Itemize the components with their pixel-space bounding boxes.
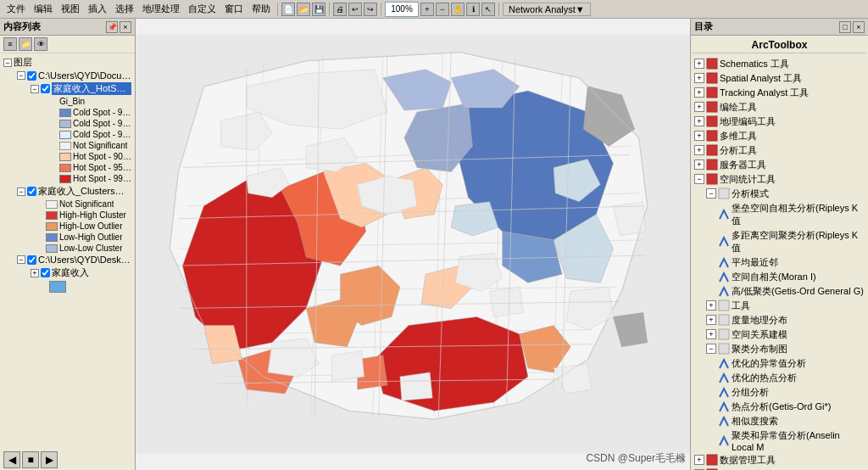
toolbar-icon-zoom-out[interactable]: − <box>436 3 449 16</box>
tree-item-server[interactable]: + 服务器工具 <box>693 158 866 172</box>
tree-expand-duowei[interactable]: + <box>694 131 704 141</box>
tree-expand-fenxi[interactable]: + <box>694 145 704 155</box>
nav-btn-back[interactable]: ◀ <box>3 451 20 468</box>
tree-item-kongjian[interactable]: − 空间统计工具 <box>693 172 866 187</box>
leaf-pingjun[interactable]: 平均最近邻 <box>716 255 866 270</box>
toc-item-hot99: Hot Spot - 99% Co <box>42 173 133 184</box>
toolbar-menu-geo[interactable]: 地理处理 <box>139 2 183 16</box>
toc-group1-header[interactable]: − C:\Users\QYD\Documen <box>15 70 133 81</box>
toc-group1-checkbox[interactable] <box>27 71 36 81</box>
toolbar-icon-undo[interactable]: ↩ <box>348 3 362 16</box>
toolbar-menu-edit[interactable]: 编辑 <box>31 2 56 16</box>
tree-item-geocode[interactable]: + 地理编码工具 <box>693 115 866 129</box>
leaf-anselin[interactable]: 聚类和异常值分析(Anselin Local M <box>716 428 866 453</box>
toolbar-icon-identify[interactable]: ℹ <box>466 3 480 16</box>
tree-item-fenximoshi[interactable]: − 分析模式 <box>704 187 866 201</box>
leaf-xiangsi[interactable]: 相似度搜索 <box>716 414 866 428</box>
toolbar-menu-window[interactable]: 窗口 <box>221 2 247 16</box>
toc-panel-header: 内容列表 📌 × <box>0 19 135 36</box>
tree-expand-bianhua[interactable]: + <box>694 102 704 112</box>
nav-btn-fwd[interactable]: ▶ <box>41 451 58 468</box>
toc-hotspots-checkbox[interactable] <box>41 84 50 93</box>
leaf-getisord[interactable]: 高/低聚类(Getis-Ord General G) <box>716 284 866 299</box>
tree-expand-duliang[interactable]: + <box>706 315 716 325</box>
toolbar-icon-redo[interactable]: ↪ <box>364 3 377 16</box>
toc-income-header[interactable]: + 家庭收入 <box>29 266 133 280</box>
tree-item-spatial[interactable]: + Spatial Analyst 工具 <box>693 71 866 86</box>
toc-expand-g3[interactable]: − <box>17 255 25 264</box>
leaf-fenzu[interactable]: 分组分析 <box>716 385 866 400</box>
leaf-ripley2[interactable]: 多距离空间聚类分析(Ripleys K值 <box>716 228 866 255</box>
toolbar-menu-select[interactable]: 选择 <box>112 2 137 16</box>
tree-item-bianhua[interactable]: + 编绘工具 <box>693 100 866 115</box>
toolbar-icon-new[interactable]: 📄 <box>281 3 295 16</box>
tree-item-duliang[interactable]: + 度量地理分布 <box>704 313 866 327</box>
tree-item-julei[interactable]: − 聚类分布制图 <box>704 342 866 356</box>
toolbar-menu-insert[interactable]: 插入 <box>85 2 110 16</box>
toc-expand-g1[interactable]: − <box>17 71 25 80</box>
toolbar-icon-open[interactable]: 📂 <box>297 3 310 16</box>
toolbar-icon-save[interactable]: 💾 <box>312 3 326 16</box>
tree-label-duliang: 度量地理分布 <box>732 314 787 327</box>
toc-src-btn[interactable]: 📁 <box>19 37 32 51</box>
toc-group3-header[interactable]: − C:\Users\QYD\Desktop\ <box>15 254 133 266</box>
toolbar-icon-select[interactable]: ↖ <box>481 3 495 16</box>
leaf-moran[interactable]: 空间自相关(Moran I) <box>716 270 866 284</box>
toolbar-icon-pan[interactable]: ✋ <box>451 3 465 16</box>
toc-expand-hotspots[interactable]: − <box>31 85 39 93</box>
tree-item-kongjian-guanxi[interactable]: + 空间关系建模 <box>704 327 866 342</box>
tree-expand-spatial[interactable]: + <box>694 73 704 83</box>
leaf-anselin-label: 聚类和异常值分析(Anselin Local M <box>732 429 865 452</box>
zoom-input[interactable] <box>385 2 419 17</box>
toc-close-btn[interactable]: × <box>120 21 131 33</box>
tree-item-schematics[interactable]: + Schematics 工具 <box>693 57 866 71</box>
tree-expand-shuju[interactable]: + <box>694 455 704 465</box>
toc-group3-checkbox[interactable] <box>27 255 36 265</box>
toc-hotspots-header[interactable]: − 家庭收入_HotSpots <box>29 81 133 96</box>
leaf-ripley[interactable]: 堡垒空间自相关分析(Ripleys K值 <box>716 201 866 228</box>
tree-expand-geocode[interactable]: + <box>694 116 704 126</box>
arctoolbox-maximize-btn[interactable]: □ <box>839 21 851 33</box>
toc-expand-g2[interactable]: − <box>17 187 25 196</box>
toolbar-sep3 <box>381 3 381 16</box>
network-analyst-button[interactable]: Network Analyst▼ <box>503 3 591 16</box>
toc-expand-root[interactable]: − <box>3 59 12 67</box>
youhua-redian-icon <box>718 372 730 384</box>
leaf-youhua-yichangzhi[interactable]: 优化的异常值分析 <box>716 356 866 371</box>
toolbar-menu-view[interactable]: 视图 <box>58 2 83 16</box>
map-area[interactable]: CSDN @Super毛毛橼 <box>136 19 690 470</box>
leaf-youhua-redian[interactable]: 优化的热点分析 <box>716 371 866 385</box>
tree-expand-kongjian-guanxi[interactable]: + <box>706 329 716 339</box>
toolbar-icon-zoom-in[interactable]: + <box>420 3 434 16</box>
leaf-redian-getis[interactable]: 热点分析(Getis-Ord Gi*) <box>716 400 866 414</box>
toolbar-icon-print[interactable]: 🖨 <box>333 3 347 16</box>
nav-btn-stop[interactable]: ■ <box>22 451 39 468</box>
tree-expand-schematics[interactable]: + <box>694 59 704 69</box>
tree-expand-tracking[interactable]: + <box>694 87 704 98</box>
toolbar-menu-custom[interactable]: 自定义 <box>185 2 220 16</box>
toc-pin-btn[interactable]: 📌 <box>106 21 118 33</box>
toolbar-sep2 <box>329 3 330 16</box>
tree-label-bianhua: 编绘工具 <box>720 101 757 114</box>
tree-item-duowei[interactable]: + 多维工具 <box>693 129 866 143</box>
toc-layers-root-header[interactable]: − 图层 <box>2 55 133 70</box>
toc-group2-header[interactable]: − 家庭收入_ClustersOutl <box>15 184 133 199</box>
toc-vis-btn[interactable]: 👁 <box>34 37 47 51</box>
tree-item-tracking[interactable]: + Tracking Analyst 工具 <box>693 86 866 100</box>
toolbar-menu-file[interactable]: 文件 <box>3 2 29 16</box>
toc-list-btn[interactable]: ≡ <box>3 37 17 51</box>
toc-expand-income[interactable]: + <box>31 269 39 277</box>
tree-item-gongju[interactable]: + 工具 <box>704 299 866 313</box>
toc-group2-checkbox[interactable] <box>27 187 36 196</box>
tree-expand-server[interactable]: + <box>694 159 704 170</box>
shuju-icon <box>706 454 718 466</box>
tree-expand-gongju[interactable]: + <box>706 300 716 311</box>
tree-item-shuju[interactable]: + 数据管理工具 <box>693 453 866 467</box>
arctoolbox-close-btn[interactable]: × <box>853 21 865 33</box>
tree-expand-julei[interactable]: − <box>706 344 716 354</box>
toc-income-checkbox[interactable] <box>41 268 50 277</box>
tree-item-fenxi[interactable]: + 分析工具 <box>693 143 866 158</box>
tree-expand-kongjian[interactable]: − <box>694 174 704 184</box>
toolbar-menu-help[interactable]: 帮助 <box>248 2 274 16</box>
tree-expand-fenximoshi[interactable]: − <box>706 188 716 199</box>
